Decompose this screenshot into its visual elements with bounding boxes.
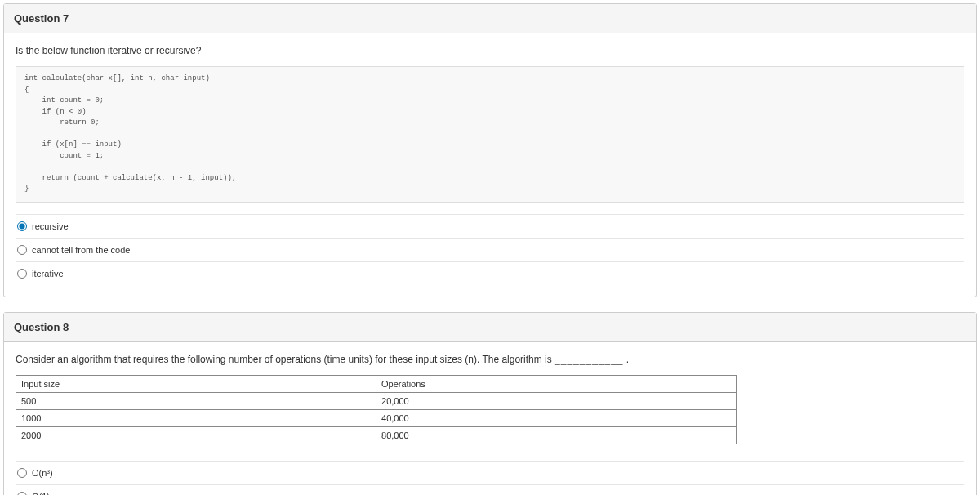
operations-table: Input size Operations 500 20,000 1000 40… [16,375,737,444]
radio-on3[interactable] [17,468,27,478]
radio-o1[interactable] [17,492,27,496]
cell: 40,000 [376,409,737,426]
question-8: Question 8 Consider an algorithm that re… [3,312,977,496]
table-row: Input size Operations [16,375,737,392]
question-8-header: Question 8 [4,313,976,342]
option-label: cannot tell from the code [32,245,130,255]
question-8-prompt: Consider an algorithm that requires the … [16,354,964,365]
table-row: 2000 80,000 [16,426,737,444]
radio-iterative[interactable] [17,269,27,279]
question-8-title: Question 8 [14,321,69,333]
option-recursive[interactable]: recursive [16,215,964,239]
cell: 80,000 [376,426,737,444]
option-on3[interactable]: O(n³) [16,462,964,485]
question-7-header: Question 7 [4,4,976,33]
option-iterative[interactable]: iterative [16,262,964,285]
table-header-operations: Operations [376,375,737,392]
cell: 500 [16,392,376,409]
option-label: O(1) [32,492,50,496]
option-label: iterative [32,269,64,279]
option-label: O(n³) [32,468,53,478]
prompt-suffix: . [624,354,630,365]
question-7-prompt: Is the below function iterative or recur… [16,45,964,56]
blank-line: ___________ [555,354,623,365]
question-7-code: int calculate(char x[], int n, char inpu… [16,66,964,203]
option-o1[interactable]: O(1) [16,485,964,496]
option-cannot-tell[interactable]: cannot tell from the code [16,239,964,262]
cell: 1000 [16,409,376,426]
cell: 20,000 [376,392,737,409]
question-7-options: recursive cannot tell from the code iter… [16,214,964,285]
question-8-body: Consider an algorithm that requires the … [4,342,976,496]
question-8-options: O(n³) O(1) O(n) O(log n) O(n²) [16,461,964,496]
question-7: Question 7 Is the below function iterati… [3,3,977,297]
table-row: 500 20,000 [16,392,737,409]
option-label: recursive [32,221,69,231]
table-row: 1000 40,000 [16,409,737,426]
table-header-input: Input size [16,375,376,392]
radio-cannot-tell[interactable] [17,245,27,255]
question-7-title: Question 7 [14,12,69,25]
question-7-body: Is the below function iterative or recur… [4,33,976,297]
cell: 2000 [16,426,376,444]
prompt-prefix: Consider an algorithm that requires the … [16,354,555,365]
radio-recursive[interactable] [17,221,27,231]
